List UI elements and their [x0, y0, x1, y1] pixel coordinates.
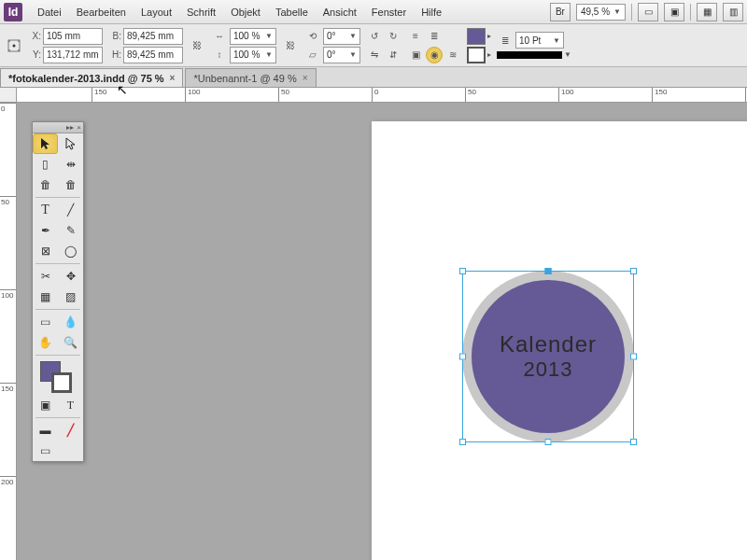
resize-handle-sw[interactable]: [459, 439, 466, 445]
resize-handle-s[interactable]: [545, 439, 552, 445]
shear-icon: ▱: [304, 47, 321, 63]
divider: [631, 4, 632, 21]
gradient-swatch-tool[interactable]: ▦: [33, 287, 58, 307]
gap-tool[interactable]: ⇹: [58, 154, 83, 175]
selection-tool[interactable]: [33, 133, 58, 154]
resize-handle-e[interactable]: [630, 354, 637, 360]
stroke-weight-icon: ≣: [497, 32, 514, 49]
tab-document-1[interactable]: *fotokalender-2013.indd @ 75 % ×: [0, 68, 183, 87]
menu-window[interactable]: Fenster: [364, 0, 414, 24]
resize-handle-nw[interactable]: [459, 268, 466, 274]
workspace-switcher-button[interactable]: ▥: [723, 3, 743, 21]
pen-tool[interactable]: ✒: [33, 220, 58, 241]
scissors-tool[interactable]: ✂: [33, 266, 58, 287]
ellipse-tool[interactable]: ◯: [58, 241, 83, 261]
arrange-docs-button[interactable]: ▦: [697, 3, 717, 21]
apply-color-icon[interactable]: ▬: [33, 420, 58, 441]
text-wrap-icon[interactable]: ≋: [444, 47, 461, 63]
tab-label: *Unbenannt-1 @ 49 %: [193, 73, 296, 84]
gradient-feather-tool[interactable]: ▨: [58, 287, 83, 307]
tools-panel[interactable]: ▸▸× ▯ ⇹ 🗑 🗑 T ╱ ✒ ✎ ⊠ ◯ ✂ ✥ ▦ ▨ ▭ 💧 ✋ 🔍: [32, 121, 84, 462]
align-center-icon[interactable]: ≣: [426, 28, 443, 45]
chevron-down-icon[interactable]: ▸: [487, 50, 491, 59]
constrain-scale-icon[interactable]: ⛓: [282, 37, 299, 54]
hand-tool[interactable]: ✋: [33, 332, 58, 353]
reference-point-icon[interactable]: [6, 37, 22, 54]
zoom-level-dropdown[interactable]: 49,5 % ▼: [576, 4, 626, 21]
ruler-tick: 100: [0, 289, 16, 300]
control-bar: X: 105 mm Y: 131,712 mm B: 89,425 mm H: …: [0, 24, 747, 67]
ruler-tick: 100: [185, 88, 200, 102]
chevron-down-icon[interactable]: ▸: [487, 32, 491, 40]
page-tool[interactable]: ▯: [33, 154, 58, 175]
fill-color-swatch[interactable]: [467, 28, 486, 45]
eyedropper-tool[interactable]: 💧: [58, 312, 83, 332]
collapse-icon[interactable]: ▸▸: [66, 123, 74, 132]
close-icon[interactable]: ×: [77, 123, 81, 132]
panel-header[interactable]: ▸▸×: [33, 122, 83, 133]
close-icon[interactable]: ×: [170, 73, 176, 83]
menu-layout[interactable]: Layout: [134, 0, 179, 24]
stroke-color-swatch[interactable]: [467, 47, 486, 63]
ruler-vertical[interactable]: 050100150200: [0, 103, 17, 560]
formatting-text-icon[interactable]: T: [58, 395, 83, 415]
content-placer-tool[interactable]: 🗑: [58, 175, 83, 195]
stroke-proxy[interactable]: [51, 372, 72, 393]
menu-view[interactable]: Ansicht: [316, 0, 364, 24]
view-options-button[interactable]: ▭: [638, 3, 658, 21]
document-tabs: *fotokalender-2013.indd @ 75 % × *Unbena…: [0, 67, 747, 88]
resize-handle-se[interactable]: [630, 439, 637, 445]
menu-file[interactable]: Datei: [30, 0, 69, 24]
workspace[interactable]: Kalender 2013: [17, 103, 747, 560]
stroke-style-dropdown[interactable]: [497, 51, 562, 59]
menu-help[interactable]: Hilfe: [414, 0, 449, 24]
width-field[interactable]: 89,425 mm: [123, 28, 183, 45]
note-tool[interactable]: ▭: [33, 312, 58, 332]
apply-none-icon[interactable]: ╱: [58, 420, 83, 441]
content-collector-tool[interactable]: 🗑: [33, 175, 58, 195]
height-field[interactable]: 89,425 mm: [123, 47, 183, 63]
fill-stroke-proxy[interactable]: [36, 359, 79, 393]
scale-y-field[interactable]: 100 %▼: [230, 47, 276, 63]
close-icon[interactable]: ×: [303, 73, 308, 83]
ruler-origin[interactable]: [0, 88, 17, 103]
flip-v-icon[interactable]: ⇵: [385, 47, 402, 63]
menu-type[interactable]: Schrift: [179, 0, 223, 24]
resize-handle-n[interactable]: [545, 268, 552, 274]
tab-document-2[interactable]: *Unbenannt-1 @ 49 % ×: [185, 68, 316, 87]
rotation-field[interactable]: 0°▼: [323, 28, 360, 45]
select-container-icon[interactable]: ▣: [407, 47, 424, 63]
select-content-button[interactable]: ◉: [426, 47, 443, 63]
resize-handle-w[interactable]: [459, 354, 466, 360]
selection-bounding-box[interactable]: [462, 271, 634, 442]
menu-object[interactable]: Objekt: [223, 0, 268, 24]
pencil-tool[interactable]: ✎: [58, 220, 83, 241]
divider: [690, 4, 691, 21]
zoom-tool[interactable]: 🔍: [58, 332, 83, 353]
bridge-button[interactable]: Br: [550, 3, 571, 21]
ruler-tick: 200: [0, 476, 16, 486]
scale-x-icon: ↔: [211, 28, 228, 45]
rectangle-frame-tool[interactable]: ⊠: [33, 241, 58, 261]
constrain-wh-icon[interactable]: ⛓: [189, 37, 205, 54]
menu-edit[interactable]: Bearbeiten: [69, 0, 134, 24]
menu-table[interactable]: Tabelle: [268, 0, 316, 24]
view-mode-normal-icon[interactable]: ▭: [33, 441, 58, 461]
chevron-down-icon[interactable]: ▼: [564, 50, 571, 59]
resize-handle-ne[interactable]: [630, 268, 637, 274]
y-position-field[interactable]: 131,712 mm: [43, 47, 103, 63]
x-position-field[interactable]: 105 mm: [43, 28, 103, 45]
type-tool[interactable]: T: [33, 200, 58, 220]
rotate-ccw-icon[interactable]: ↺: [366, 28, 383, 45]
stroke-weight-field[interactable]: 10 Pt▼: [515, 32, 564, 49]
scale-x-field[interactable]: 100 %▼: [230, 28, 276, 45]
formatting-container-icon[interactable]: ▣: [33, 395, 58, 415]
flip-h-icon[interactable]: ⇋: [366, 47, 383, 63]
align-left-icon[interactable]: ≡: [407, 28, 424, 45]
free-transform-tool[interactable]: ✥: [58, 266, 83, 287]
screen-mode-button[interactable]: ▣: [664, 3, 684, 21]
direct-selection-tool[interactable]: [58, 133, 83, 154]
line-tool[interactable]: ╱: [58, 200, 83, 220]
shear-field[interactable]: 0°▼: [323, 47, 360, 63]
rotate-cw-icon[interactable]: ↻: [385, 28, 402, 45]
